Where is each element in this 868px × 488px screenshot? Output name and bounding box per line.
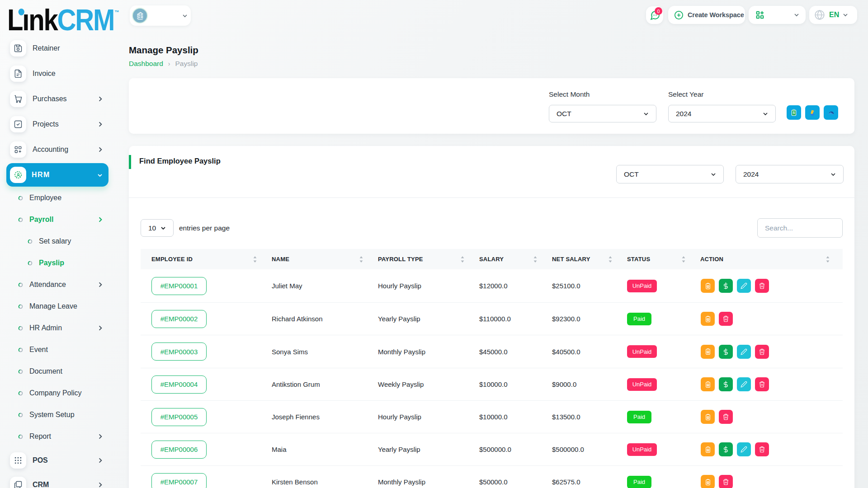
svg-text:S: S [707, 481, 708, 483]
svg-text:S: S [707, 285, 708, 287]
svg-text:S: S [707, 449, 708, 451]
svg-text:S: S [707, 318, 708, 320]
svg-text:S: S [707, 416, 708, 418]
svg-text:S: S [793, 111, 795, 115]
svg-text:S: S [707, 384, 708, 386]
svg-text:S: S [707, 351, 708, 353]
